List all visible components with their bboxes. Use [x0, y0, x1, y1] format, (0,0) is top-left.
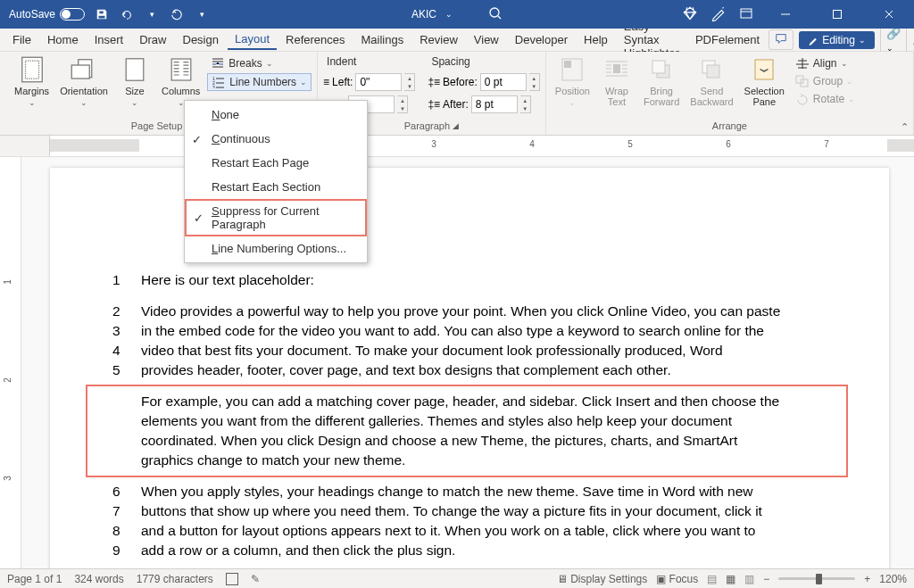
menu-suppress[interactable]: ✓Suppress for Current Paragraph	[185, 199, 367, 236]
pen-icon[interactable]	[710, 5, 727, 24]
display-settings-button[interactable]: 🖥 Display Settings	[557, 573, 647, 585]
status-chars[interactable]: 1779 characters	[137, 573, 213, 585]
line-text: video that best fits your document. To m…	[141, 341, 827, 360]
menu-view[interactable]: View	[467, 30, 506, 49]
status-page[interactable]: Page 1 of 1	[7, 573, 62, 585]
menu-review[interactable]: Review	[412, 30, 465, 49]
menu-insert[interactable]: Insert	[87, 30, 131, 49]
menu-help[interactable]: Help	[577, 30, 615, 49]
svg-rect-8	[126, 59, 144, 80]
line-number: 3	[112, 321, 141, 341]
line-text: For example, you can add a matching cove…	[141, 392, 827, 411]
menu-mailings[interactable]: Mailings	[354, 30, 411, 49]
zoom-in-button[interactable]: +	[864, 573, 870, 585]
bring-forward-label: Bring Forward	[644, 86, 679, 107]
title-dropdown-icon[interactable]: ⌄	[445, 10, 453, 19]
selection-pane-label: Selection Pane	[744, 86, 785, 107]
vertical-ruler[interactable]: 1 2 3	[0, 157, 21, 568]
breaks-button[interactable]: Breaks ⌄	[207, 55, 312, 71]
ribbon: Margins⌄ Orientation⌄ Size⌄ Columns⌄ Bre…	[0, 52, 914, 136]
comments-icon[interactable]	[769, 29, 794, 50]
qat-customize-icon[interactable]: ▾	[194, 6, 210, 22]
menu-home[interactable]: Home	[40, 30, 86, 49]
svg-rect-20	[755, 60, 773, 79]
menu-line-options[interactable]: Line Numbering Options...	[185, 236, 367, 261]
paragraph-launcher[interactable]: ◢	[453, 121, 459, 130]
focus-button[interactable]: ▣ Focus	[656, 573, 698, 585]
menu-restart-page[interactable]: Restart Each Page	[185, 151, 367, 175]
maximize-button[interactable]	[818, 0, 857, 29]
line-number: 7	[112, 501, 141, 521]
autosave-toggle[interactable]: AutoSave	[9, 8, 85, 21]
indent-left-spinner[interactable]: ▲▼	[404, 73, 415, 91]
line-numbers-label: Line Numbers	[229, 76, 296, 88]
line-number: 9	[112, 541, 141, 560]
selection-pane-button[interactable]: Selection Pane	[741, 54, 788, 109]
menu-draw[interactable]: Draw	[132, 30, 173, 49]
margins-label: Margins	[14, 86, 49, 96]
menu-file[interactable]: File	[5, 30, 38, 49]
indent-left-input[interactable]	[355, 73, 402, 91]
orientation-button[interactable]: Orientation⌄	[56, 54, 112, 109]
margins-button[interactable]: Margins⌄	[11, 54, 53, 109]
size-button[interactable]: Size⌄	[115, 54, 154, 109]
undo-icon[interactable]	[119, 6, 135, 22]
menu-layout[interactable]: Layout	[228, 29, 277, 50]
close-button[interactable]	[869, 0, 909, 29]
menu-pdfelement[interactable]: PDFelement	[688, 30, 767, 49]
wrap-text-button: Wrap Text	[597, 54, 636, 109]
web-layout-icon[interactable]: ▥	[744, 573, 754, 585]
indent-left-icon: ≡	[323, 76, 329, 88]
spacing-after-input[interactable]	[471, 95, 518, 113]
diamond-icon[interactable]	[682, 5, 698, 24]
zoom-level[interactable]: 120%	[879, 573, 907, 585]
collapse-ribbon-icon[interactable]: ⌃	[901, 121, 909, 133]
align-button[interactable]: Align ⌄	[792, 55, 859, 71]
spell-check-icon[interactable]	[226, 573, 238, 585]
svg-rect-19	[707, 65, 719, 78]
svg-rect-7	[71, 65, 89, 79]
line-text: and a button for layout options appears …	[141, 521, 827, 541]
horizontal-ruler[interactable]: 1 2 3 4 5 6 7	[50, 136, 914, 156]
menu-options-rest: ine Numbering Options...	[218, 242, 346, 255]
ruler: 1 2 3 4 5 6 7	[0, 136, 914, 157]
rotate-button[interactable]: Rotate ⌄	[792, 91, 859, 107]
minimize-button[interactable]	[766, 0, 805, 29]
wrap-text-label: Wrap Text	[605, 86, 628, 107]
status-words[interactable]: 324 words	[74, 573, 123, 585]
focus-label: Focus	[669, 573, 699, 585]
group-arrange: Position⌄ Wrap Text Bring Forward Send B…	[546, 52, 914, 135]
orientation-label: Orientation	[60, 86, 108, 96]
read-mode-icon[interactable]: ▤	[707, 573, 717, 585]
group-button[interactable]: Group ⌄	[792, 73, 859, 89]
menu-none[interactable]: None	[185, 103, 367, 127]
line-text: buttons that show up where you need them…	[141, 501, 827, 521]
spacing-before-spinner[interactable]: ▲▼	[529, 73, 540, 91]
menu-references[interactable]: References	[278, 30, 352, 49]
save-icon[interactable]	[94, 6, 110, 22]
menu-developer[interactable]: Developer	[508, 30, 575, 49]
zoom-slider[interactable]	[778, 577, 855, 580]
qat-dropdown-icon[interactable]: ▾	[144, 6, 160, 22]
accessibility-icon[interactable]: ✎	[251, 573, 260, 585]
menu-restart-section[interactable]: Restart Each Section	[185, 175, 367, 199]
spacing-after-spinner[interactable]: ▲▼	[520, 95, 531, 113]
search-icon[interactable]	[488, 6, 503, 23]
line-numbers-button[interactable]: 123Line Numbers ⌄	[207, 73, 312, 91]
spacing-before-input[interactable]	[480, 73, 527, 91]
redo-icon[interactable]	[169, 6, 185, 22]
indent-right-spinner[interactable]: ▲▼	[397, 95, 408, 113]
menu-continuous[interactable]: ✓Continuous	[185, 127, 367, 151]
editing-button[interactable]: Editing⌄	[799, 31, 875, 49]
line-text: graphics change to match your new theme.	[141, 451, 827, 470]
ruler-corner	[0, 136, 50, 156]
window-icon[interactable]	[739, 6, 753, 23]
indent-label: Indent	[323, 55, 415, 71]
print-layout-icon[interactable]: ▦	[726, 573, 735, 585]
zoom-out-button[interactable]: −	[763, 573, 769, 585]
menu-design[interactable]: Design	[176, 30, 226, 49]
line-text: in the embed code for the video you want…	[141, 321, 827, 341]
spacing-after-icon: ‡≡	[428, 98, 440, 111]
page[interactable]: 1Here is our text placeholder: 2Video pr…	[50, 168, 889, 568]
doc-title: AKIC	[411, 8, 436, 21]
